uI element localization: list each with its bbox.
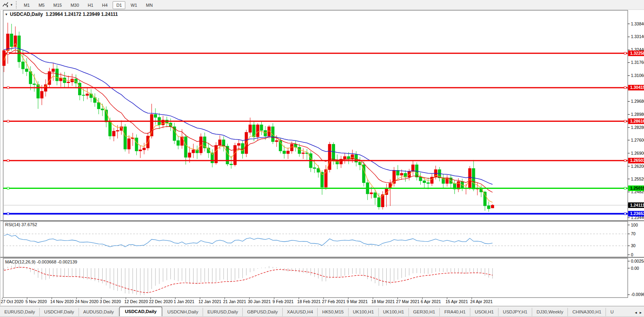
timeframe-button-h1[interactable]: H1 bbox=[84, 1, 97, 9]
date-axis: 27 Oct 2020 5 Nov 2020 14 Nov 2020 24 No… bbox=[1, 298, 493, 304]
svg-text:1.26503: 1.26503 bbox=[630, 158, 644, 163]
svg-text:1.27600: 1.27600 bbox=[631, 138, 644, 142]
svg-text:100: 100 bbox=[631, 223, 638, 227]
svg-text:1.25520: 1.25520 bbox=[631, 177, 644, 181]
chart-canvas[interactable]: 1.33840 1.33140 1.32440 1.31760 1.31060 … bbox=[0, 0, 644, 317]
svg-text:27 Feb 2021: 27 Feb 2021 bbox=[322, 299, 345, 304]
svg-text:30: 30 bbox=[631, 243, 636, 248]
svg-text:1.30415: 1.30415 bbox=[630, 85, 644, 90]
svg-text:1.26200: 1.26200 bbox=[631, 164, 644, 169]
timeframe-button-mn[interactable]: MN bbox=[142, 1, 156, 9]
svg-text:1.31060: 1.31060 bbox=[631, 73, 644, 78]
timeframe-button-d1[interactable]: D1 bbox=[113, 1, 125, 9]
svg-text:30 Jan 2021: 30 Jan 2021 bbox=[248, 299, 271, 304]
svg-text:1.28280: 1.28280 bbox=[631, 125, 644, 130]
top-toolbar: ▼ M1M5M15M30H1H4D1W1MN bbox=[0, 0, 644, 10]
svg-text:1 Jan 2021: 1 Jan 2021 bbox=[174, 299, 194, 304]
tab-uk100-h1[interactable]: UK100,H1 bbox=[349, 308, 379, 317]
svg-text:-0.00968: -0.00968 bbox=[631, 292, 644, 297]
svg-text:70: 70 bbox=[631, 231, 636, 236]
svg-text:1.33840: 1.33840 bbox=[631, 21, 644, 26]
tab-scroll-left-icon[interactable]: ◂ bbox=[635, 310, 637, 315]
svg-text:27 Mar 2021: 27 Mar 2021 bbox=[396, 299, 420, 304]
tab-ger30-h1[interactable]: GER30,H1 bbox=[409, 308, 440, 317]
timeframe-button-w1[interactable]: W1 bbox=[127, 1, 141, 9]
svg-text:5 Nov 2020: 5 Nov 2020 bbox=[25, 299, 47, 304]
tab-scroll-right-icon[interactable]: ▸ bbox=[640, 310, 642, 315]
chevron-down-icon[interactable]: ▼ bbox=[10, 3, 13, 7]
hline-1.23653[interactable] bbox=[3, 213, 628, 215]
tab-xauusd-h4[interactable]: XAUUSD,H4 bbox=[283, 308, 318, 317]
svg-text:18 Mar 2021: 18 Mar 2021 bbox=[372, 299, 395, 304]
tab-hk50-m15[interactable]: HK50,M15 bbox=[318, 308, 348, 317]
svg-text:1.32258: 1.32258 bbox=[630, 51, 644, 56]
tab-usdchf-daily[interactable]: USDCHF,Daily bbox=[40, 308, 79, 317]
svg-text:3 Dec 2020: 3 Dec 2020 bbox=[100, 299, 121, 304]
svg-text:12 Dec 2020: 12 Dec 2020 bbox=[125, 299, 148, 304]
pane-frames bbox=[0, 10, 644, 305]
svg-text:1.24111: 1.24111 bbox=[630, 203, 644, 207]
toolbar-grip[interactable] bbox=[16, 1, 17, 8]
svg-text:6 Apr 2021: 6 Apr 2021 bbox=[421, 299, 441, 304]
svg-text:1.28616: 1.28616 bbox=[630, 119, 644, 123]
timeframe-button-m5[interactable]: M5 bbox=[35, 1, 48, 9]
svg-text:1.25019: 1.25019 bbox=[630, 186, 644, 190]
svg-text:22 Dec 2020: 22 Dec 2020 bbox=[149, 299, 173, 304]
tab-gbpusd-daily[interactable]: GBPUSD,Daily bbox=[243, 308, 282, 317]
svg-text:27 Oct 2020: 27 Oct 2020 bbox=[1, 299, 23, 304]
svg-text:1.31760: 1.31760 bbox=[631, 60, 644, 65]
svg-text:14 Nov 2020: 14 Nov 2020 bbox=[50, 299, 74, 304]
tab-usdjpy-h1[interactable]: USDJPY,H1 bbox=[498, 308, 532, 317]
timeframe-button-m15[interactable]: M15 bbox=[50, 1, 65, 9]
svg-text:1.29680: 1.29680 bbox=[631, 99, 644, 104]
chart-cursor-icon[interactable] bbox=[2, 2, 9, 8]
svg-text:1.28980: 1.28980 bbox=[631, 112, 644, 117]
svg-text:0.00: 0.00 bbox=[631, 266, 639, 271]
timeframe-button-group: M1M5M15M30H1H4D1W1MN bbox=[19, 1, 157, 8]
svg-text:9 Feb 2021: 9 Feb 2021 bbox=[272, 299, 293, 304]
tab-audusd-daily[interactable]: AUDUSD,Daily bbox=[79, 308, 119, 317]
svg-text:0: 0 bbox=[631, 252, 633, 257]
svg-text:1.26900: 1.26900 bbox=[631, 151, 644, 156]
svg-text:1.23653: 1.23653 bbox=[630, 211, 644, 216]
svg-text:18 Feb 2021: 18 Feb 2021 bbox=[297, 299, 321, 304]
chart-tab-bar: EURUSD,DailyUSDCHF,DailyAUDUSD,DailyUSDC… bbox=[0, 306, 644, 317]
tab-usdcad-daily[interactable]: USDCAD,Daily bbox=[119, 307, 162, 317]
tab-uk100-h1[interactable]: UK100,H1 bbox=[379, 308, 409, 317]
tab-dj30-weekly[interactable]: DJ30,Weekly bbox=[532, 308, 568, 317]
tab-china300-h1[interactable]: CHINA300,H1 bbox=[568, 308, 606, 317]
svg-text:24 Apr 2021: 24 Apr 2021 bbox=[470, 299, 493, 304]
tab-usoil-h1[interactable]: USOil,H1 bbox=[470, 308, 498, 317]
tab-partial[interactable]: U bbox=[606, 308, 615, 317]
svg-text:12 Jan 2021: 12 Jan 2021 bbox=[198, 299, 221, 304]
svg-text:24 Nov 2020: 24 Nov 2020 bbox=[75, 299, 99, 304]
svg-text:21 Jan 2021: 21 Jan 2021 bbox=[223, 299, 246, 304]
timeframe-button-m1[interactable]: M1 bbox=[20, 1, 33, 9]
tab-usdcnh-daily[interactable]: USDCNH,Daily bbox=[163, 308, 203, 317]
timeframe-button-m30[interactable]: M30 bbox=[67, 1, 82, 9]
timeframe-button-h4[interactable]: H4 bbox=[98, 1, 111, 9]
svg-text:0.00258: 0.00258 bbox=[631, 259, 644, 263]
svg-text:15 Apr 2021: 15 Apr 2021 bbox=[445, 299, 468, 304]
svg-text:9 Mar 2021: 9 Mar 2021 bbox=[347, 299, 368, 304]
svg-text:1.33140: 1.33140 bbox=[631, 34, 644, 39]
tab-eurusd-daily[interactable]: EURUSD,Daily bbox=[203, 308, 243, 317]
tab-eurusd-daily[interactable]: EURUSD,Daily bbox=[0, 308, 40, 317]
tab-fra40-h1[interactable]: FRA40,H1 bbox=[440, 308, 470, 317]
